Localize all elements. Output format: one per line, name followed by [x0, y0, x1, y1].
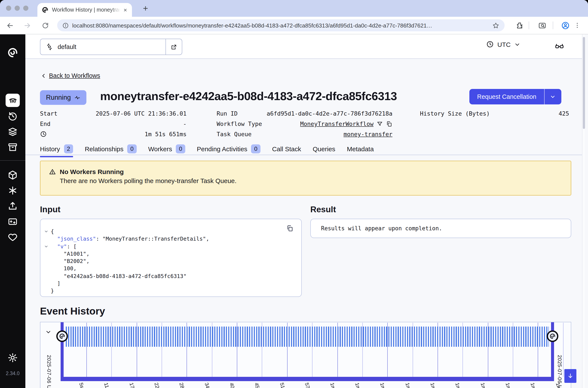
sidebar-item-schedules[interactable] — [7, 111, 18, 121]
meta-workflow-type-row: Workflow Type MoneyTransferWorkflow — [217, 120, 392, 128]
warning-triangle-icon — [49, 168, 56, 175]
site-info-icon[interactable] — [62, 22, 69, 28]
json-line: "e4242aa5-b08d-4183-a472-dfca85fc6313" — [40, 272, 301, 280]
window-minimize-button[interactable] — [15, 6, 20, 11]
namespace-selector[interactable]: default — [40, 39, 182, 55]
json-line: "v": [ — [40, 242, 301, 250]
back-icon[interactable] — [4, 20, 16, 31]
window-close-button[interactable] — [6, 6, 11, 11]
sidebar-item-archive[interactable] — [7, 142, 18, 152]
json-line: { — [40, 228, 301, 235]
page-title: moneytransfer-e4242aa5-b08d-4183-a472-df… — [100, 90, 397, 103]
json-token: , — [206, 236, 209, 242]
input-json-panel: {"json_class": "MoneyTransfer::TransferD… — [40, 219, 302, 297]
task-queue-link[interactable]: money-transfer — [343, 131, 392, 138]
archive-icon — [7, 142, 18, 152]
tab-label: Queries — [313, 145, 335, 152]
address-bar[interactable]: localhost:8080/namespaces/default/workfl… — [57, 19, 505, 31]
sidebar-item-import[interactable] — [7, 201, 18, 211]
temporal-logo-icon[interactable] — [7, 47, 19, 58]
workflow-type-label: Workflow Type — [217, 120, 262, 127]
menu-kebab-icon[interactable] — [572, 20, 583, 31]
tab-metadata[interactable]: Metadata — [347, 145, 374, 153]
timezone-value: UTC — [497, 41, 511, 48]
upload-icon — [7, 201, 18, 211]
forward-icon[interactable] — [22, 20, 33, 31]
workflow-running-band[interactable] — [66, 327, 549, 347]
timezone-selector[interactable]: UTC — [486, 40, 520, 48]
app-top-bar: default UTC — [25, 34, 585, 59]
sidebar-item-namespaces[interactable] — [7, 170, 18, 180]
tick-label: 1m — [329, 382, 337, 388]
cancel-options-caret-button[interactable] — [544, 89, 561, 104]
workflow-current-marker[interactable] — [547, 330, 558, 342]
browser-tab[interactable]: Workflow History | moneytran — [37, 3, 132, 17]
tab-workers[interactable]: Workers0 — [148, 144, 185, 154]
profile-avatar-icon[interactable] — [560, 20, 571, 31]
sidebar-item-feedback[interactable] — [7, 232, 18, 242]
json-token: "MoneyTransfer::TransferDetails" — [102, 236, 206, 242]
tick-label: 40s — [228, 382, 236, 388]
collapse-chevron-icon[interactable] — [44, 244, 48, 248]
tabs-border — [25, 155, 585, 155]
tab-history[interactable]: History2 — [40, 144, 73, 154]
json-token: : [ — [67, 243, 76, 249]
window-zoom-button[interactable] — [23, 6, 28, 11]
tab-title: Workflow History | moneytran — [52, 7, 120, 13]
json-line: } — [40, 287, 301, 295]
request-cancellation-button[interactable]: Request Cancellation — [469, 89, 544, 104]
workflow-start-marker[interactable] — [56, 330, 68, 342]
result-placeholder-text: Results will appear upon completion. — [321, 225, 442, 232]
tab-queries[interactable]: Queries — [313, 145, 335, 153]
new-tab-button[interactable] — [142, 5, 149, 12]
duration-clock-icon — [40, 131, 47, 138]
extensions-icon[interactable] — [514, 20, 525, 31]
bookmark-star-icon[interactable] — [492, 22, 499, 29]
workflow-type-link[interactable]: MoneyTransferWorkflow — [300, 120, 373, 127]
theme-toggle-sun-icon[interactable] — [7, 352, 18, 363]
chevron-down-icon — [550, 94, 556, 100]
copy-icon[interactable] — [386, 121, 392, 127]
scroll-to-bottom-button[interactable] — [564, 369, 576, 383]
status-badge[interactable]: Running — [40, 90, 86, 105]
url-text: localhost:8080/namespaces/default/workfl… — [72, 22, 492, 28]
sidebar: 2.34.0 — [0, 34, 25, 388]
reload-icon[interactable] — [40, 20, 51, 31]
tab-relationships[interactable]: Relationships0 — [85, 144, 136, 154]
tick-label: 1m — [530, 382, 537, 388]
sidebar-divider — [0, 160, 25, 161]
sidebar-item-nexus[interactable] — [7, 185, 18, 196]
json-token: "json_class" — [57, 236, 96, 242]
chevron-down-icon — [514, 41, 520, 48]
asterisk-icon — [7, 185, 18, 196]
meta-history-size-row: History Size (Bytes) 425 — [420, 109, 569, 118]
event-history-timeline[interactable]: 2025-07-06 UTC 2 2025-07-06 UTC 2 5s11s1… — [40, 322, 571, 388]
collapse-chevron-icon[interactable] — [44, 229, 48, 233]
scrollbar-thumb[interactable] — [583, 37, 585, 129]
tick-label: 34s — [203, 382, 211, 388]
workflows-eye-icon — [8, 96, 17, 105]
card-sparkle-icon — [7, 216, 18, 227]
tab-call-stack[interactable]: Call Stack — [272, 145, 301, 153]
back-to-workflows-link[interactable]: Back to Workflows — [49, 72, 100, 79]
meta-task-queue-row: Task Queue money-transfer — [217, 130, 392, 138]
expand-row-chevron-icon[interactable] — [45, 329, 51, 335]
filter-funnel-icon[interactable] — [376, 121, 383, 127]
json-viewer[interactable]: {"json_class": "MoneyTransfer::TransferD… — [40, 228, 301, 294]
namespace-external-link-icon[interactable] — [166, 39, 182, 55]
sidebar-item-batch[interactable] — [7, 126, 18, 137]
json-token: , — [86, 258, 89, 264]
tab-close-icon[interactable] — [123, 7, 128, 12]
sidebar-item-workflows[interactable] — [6, 94, 20, 107]
sidebar-item-labs[interactable] — [7, 216, 18, 227]
json-token: , — [73, 265, 76, 272]
side-panel-search-icon[interactable] — [537, 20, 548, 31]
duration-value: 1m 51s 651ms — [145, 131, 187, 138]
json-token: "e4242aa5-b08d-4183-a472-dfca85fc6313" — [64, 273, 187, 279]
labs-glasses-icon[interactable] — [555, 41, 564, 51]
start-label: Start — [40, 110, 57, 117]
request-cancellation-split-button: Request Cancellation — [469, 89, 561, 104]
page-scrollbar[interactable] — [582, 34, 585, 388]
tab-pending-activities[interactable]: Pending Activities0 — [197, 144, 261, 154]
tick-label: 1m — [454, 382, 462, 388]
